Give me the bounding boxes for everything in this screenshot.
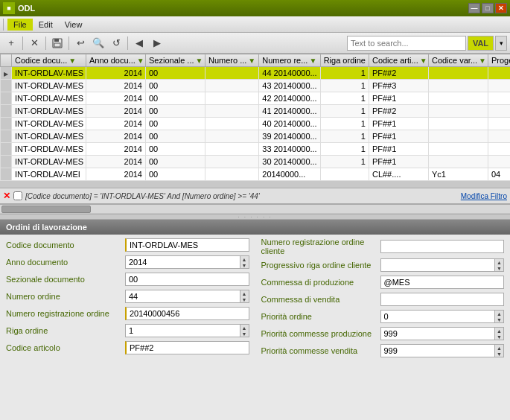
filter-close-button[interactable]: ✕ bbox=[3, 191, 10, 201]
table-row[interactable]: INT-ORDLAV-MES20140041 20140000...1PF##2 bbox=[1, 105, 511, 118]
table-row[interactable]: INT-ORDLAV-MEI20140020140000...CL##....Y… bbox=[1, 168, 511, 181]
detail-field-input[interactable] bbox=[129, 292, 237, 301]
table-cell: 00 bbox=[146, 168, 205, 181]
detail-field-input[interactable] bbox=[130, 241, 246, 249]
detail-field-input[interactable] bbox=[129, 258, 237, 267]
spinner-down-button[interactable]: ▼ bbox=[240, 296, 249, 302]
detail-field-value[interactable] bbox=[125, 341, 249, 354]
detail-field-input[interactable] bbox=[384, 312, 492, 321]
spinner-down-button[interactable]: ▼ bbox=[495, 351, 503, 357]
search-input[interactable] bbox=[347, 36, 466, 51]
toolbar-next-button[interactable]: ▶ bbox=[149, 35, 165, 51]
spinner-up-button[interactable]: ▲ bbox=[240, 325, 249, 331]
spinner-up-button[interactable]: ▲ bbox=[495, 328, 503, 334]
resize-handle[interactable]: · · · · · · bbox=[0, 214, 510, 220]
th-progetto[interactable]: Progetto bbox=[488, 54, 510, 67]
spinner-up-button[interactable]: ▲ bbox=[240, 290, 249, 296]
detail-field-value[interactable] bbox=[380, 258, 496, 272]
detail-field-value[interactable] bbox=[125, 255, 240, 269]
val-button[interactable]: VAL bbox=[468, 36, 494, 51]
table-cell: 1 bbox=[320, 92, 369, 105]
detail-field-input[interactable] bbox=[130, 343, 246, 352]
detail-field-input[interactable] bbox=[384, 261, 492, 270]
detail-field-input[interactable] bbox=[130, 309, 246, 318]
close-button[interactable]: ✕ bbox=[495, 3, 507, 13]
spinner-control[interactable]: ▲▼ bbox=[495, 258, 504, 272]
detail-field-value[interactable] bbox=[380, 327, 496, 340]
table-cell: 2014 bbox=[86, 67, 146, 80]
detail-field-value[interactable] bbox=[125, 238, 249, 252]
spinner-up-button[interactable]: ▲ bbox=[495, 259, 503, 265]
maximize-button[interactable]: □ bbox=[482, 3, 494, 13]
menu-view[interactable]: View bbox=[59, 19, 89, 31]
detail-field-input[interactable] bbox=[384, 329, 492, 338]
table-row[interactable]: INT-ORDLAV-MES20140040 20140000...1PF##1 bbox=[1, 118, 511, 130]
detail-field-input[interactable] bbox=[129, 326, 237, 335]
menu-edit[interactable]: Edit bbox=[33, 19, 59, 31]
detail-field-input[interactable] bbox=[384, 346, 492, 355]
th-sezionale[interactable]: Sezionale ... ▼ bbox=[146, 54, 205, 67]
detail-field-value[interactable] bbox=[125, 273, 249, 286]
th-numero-reg[interactable]: Numero re... ▼ bbox=[259, 54, 320, 67]
table-row[interactable]: INT-ORDLAV-MES20140039 20140000...1PF##1 bbox=[1, 130, 511, 143]
table-row[interactable]: INT-ORDLAV-MES20140033 20140000...1PF##1 bbox=[1, 143, 511, 156]
spinner-down-button[interactable]: ▼ bbox=[240, 262, 249, 268]
modify-filter-link[interactable]: Modifica Filtro bbox=[461, 192, 507, 200]
spinner-control[interactable]: ▲▼ bbox=[240, 324, 249, 337]
th-anno[interactable]: Anno docu... ▼ bbox=[86, 54, 146, 67]
spinner-up-button[interactable]: ▲ bbox=[240, 256, 249, 262]
detail-field-value[interactable] bbox=[125, 324, 240, 337]
spinner-down-button[interactable]: ▼ bbox=[240, 331, 249, 337]
table-row[interactable]: INT-ORDLAV-MES20140043 20140000...1PF##3 bbox=[1, 80, 511, 92]
detail-field-value[interactable] bbox=[125, 307, 249, 320]
toolbar-prev-button[interactable]: ◀ bbox=[131, 35, 147, 51]
spinner-down-button[interactable]: ▼ bbox=[495, 316, 503, 322]
spinner-down-button[interactable]: ▼ bbox=[495, 265, 503, 271]
th-numero[interactable]: Numero ... ▼ bbox=[205, 54, 259, 67]
h-scroll-thumb[interactable] bbox=[1, 206, 91, 213]
search-dropdown-button[interactable]: ▾ bbox=[495, 36, 507, 51]
detail-field-value[interactable] bbox=[380, 293, 505, 306]
spinner-control[interactable]: ▲▼ bbox=[240, 255, 249, 269]
detail-field-value[interactable] bbox=[380, 276, 505, 289]
toolbar-add-button[interactable]: + bbox=[3, 35, 19, 51]
spinner-up-button[interactable]: ▲ bbox=[495, 311, 503, 316]
spinner-control[interactable]: ▲▼ bbox=[495, 327, 504, 340]
th-codart-label: Codice arti... bbox=[372, 56, 418, 65]
th-codice-var[interactable]: Codice var... ▼ bbox=[428, 54, 488, 67]
table-row[interactable]: INT-ORDLAV-MES20140030 20140000...1PF##1 bbox=[1, 156, 511, 168]
table-wrapper[interactable]: Codice docu... ▼ Anno docu... ▼ bbox=[0, 54, 510, 181]
detail-field-value[interactable] bbox=[380, 240, 505, 253]
spinner-down-button[interactable]: ▼ bbox=[495, 334, 503, 340]
toolbar: + ✕ ↩ 🔍 ↺ ◀ ▶ VAL ▾ bbox=[0, 33, 510, 54]
th-codice-documento[interactable]: Codice docu... ▼ bbox=[12, 54, 86, 67]
th-riga[interactable]: Riga ordine bbox=[320, 54, 369, 67]
detail-row: Priorità commesse produzione▲▼ bbox=[261, 326, 505, 341]
spinner-control[interactable]: ▲▼ bbox=[495, 310, 504, 323]
menu-file[interactable]: File bbox=[7, 19, 33, 31]
spinner-up-button[interactable]: ▲ bbox=[495, 345, 503, 351]
table-row[interactable]: INT-ORDLAV-MES20140044 20140000...1PF##2 bbox=[1, 67, 511, 80]
detail-field-value[interactable] bbox=[380, 344, 496, 357]
detail-field-input[interactable] bbox=[129, 275, 246, 284]
table-cell bbox=[488, 105, 510, 118]
minimize-button[interactable]: — bbox=[468, 3, 480, 13]
toolbar-delete-button[interactable]: ✕ bbox=[26, 35, 42, 51]
toolbar-search-button[interactable]: 🔍 bbox=[90, 35, 106, 51]
spinner-control[interactable]: ▲▼ bbox=[495, 344, 504, 357]
detail-field-input[interactable] bbox=[384, 278, 501, 287]
toolbar-save-button[interactable] bbox=[49, 35, 66, 51]
detail-field-value[interactable] bbox=[380, 310, 496, 323]
filter-checkbox[interactable] bbox=[13, 191, 22, 200]
detail-field-value[interactable] bbox=[125, 290, 240, 303]
table-cell bbox=[205, 105, 259, 118]
th-codice-art[interactable]: Codice arti... ▼ bbox=[369, 54, 428, 67]
table-cell: INT-ORDLAV-MES bbox=[12, 92, 86, 105]
h-scrollbar[interactable] bbox=[0, 204, 510, 213]
toolbar-refresh-button[interactable]: ↺ bbox=[108, 35, 124, 51]
toolbar-undo-button[interactable]: ↩ bbox=[72, 35, 89, 51]
detail-field-input[interactable] bbox=[384, 242, 501, 251]
table-row[interactable]: INT-ORDLAV-MES20140042 20140000...1PF##1 bbox=[1, 92, 511, 105]
detail-field-input[interactable] bbox=[384, 295, 501, 304]
spinner-control[interactable]: ▲▼ bbox=[240, 290, 249, 303]
